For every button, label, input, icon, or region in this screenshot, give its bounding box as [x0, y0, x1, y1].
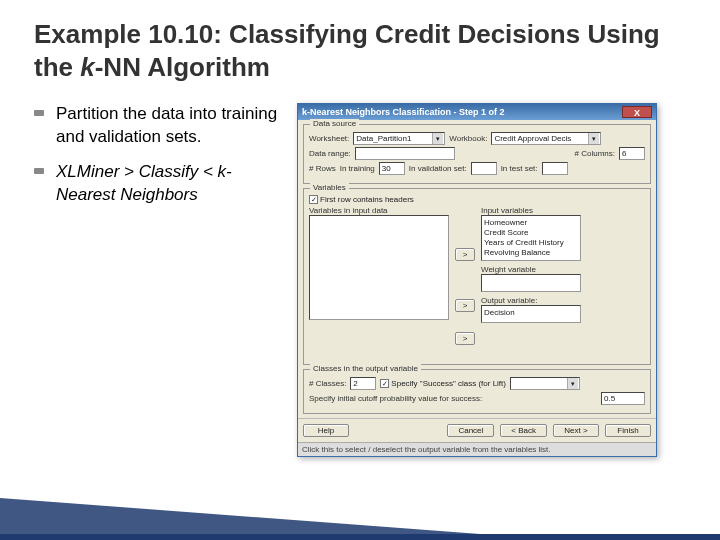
finish-button[interactable]: Finish [605, 424, 651, 437]
nclasses-value[interactable]: 2 [350, 377, 376, 390]
left-list-label: Variables in input data [309, 206, 449, 215]
legend-variables: Variables [310, 183, 349, 192]
group-classes: Classes in the output variable # Classes… [303, 369, 651, 414]
bullet-1: Partition the data into training and val… [34, 103, 279, 149]
first-row-checkbox[interactable]: ✓First row contains headers [309, 195, 414, 204]
input-data-listbox[interactable] [309, 215, 449, 320]
cutoff-label: Specify initial cutoff probability value… [309, 394, 482, 403]
next-button[interactable]: Next > [553, 424, 599, 437]
cols-label: # Columns: [575, 149, 615, 158]
cancel-button[interactable]: Cancel [447, 424, 494, 437]
weight-label: Weight variable [481, 265, 581, 274]
move-output-button[interactable]: > [455, 332, 475, 345]
validation-label: In validation set: [409, 164, 467, 173]
output-label: Output variable: [481, 296, 581, 305]
test-label: In test set: [501, 164, 538, 173]
move-weight-button[interactable]: > [455, 299, 475, 312]
input-vars-listbox[interactable]: Homeowner Credit Score Years of Credit H… [481, 215, 581, 261]
validation-value[interactable] [471, 162, 497, 175]
workbook-label: Workbook: [449, 134, 487, 143]
close-icon[interactable]: X [622, 106, 652, 118]
weight-listbox[interactable] [481, 274, 581, 292]
cutoff-value[interactable]: 0.5 [601, 392, 645, 405]
dialog-titlebar: k-Nearest Neighbors Classification - Ste… [298, 104, 656, 120]
dialog-footer: Help Cancel < Back Next > Finish [298, 418, 656, 442]
status-hint: Click this to select / deselect the outp… [298, 442, 656, 456]
success-class-select[interactable] [510, 377, 580, 390]
group-variables: Variables ✓First row contains headers Va… [303, 188, 651, 365]
legend-classes: Classes in the output variable [310, 364, 421, 373]
range-input[interactable] [355, 147, 455, 160]
training-label: In training [340, 164, 375, 173]
workbook-select[interactable]: Credit Approval Decis [491, 132, 601, 145]
cols-value[interactable]: 6 [619, 147, 645, 160]
group-data-source: Data source Worksheet: Data_Partition1 W… [303, 124, 651, 184]
worksheet-label: Worksheet: [309, 134, 349, 143]
rows-label: # Rows [309, 164, 336, 173]
training-value[interactable]: 30 [379, 162, 405, 175]
back-button[interactable]: < Back [500, 424, 547, 437]
worksheet-select[interactable]: Data_Partition1 [353, 132, 445, 145]
legend-data-source: Data source [310, 119, 359, 128]
dialog-title: k-Nearest Neighbors Classification - Ste… [302, 107, 505, 117]
input-vars-label: Input variables [481, 206, 581, 215]
range-label: Data range: [309, 149, 351, 158]
move-input-button[interactable]: > [455, 248, 475, 261]
bullet-2: XLMiner > Classify < k-Nearest Neighbors [34, 161, 279, 207]
help-button[interactable]: Help [303, 424, 349, 437]
output-listbox[interactable]: Decision [481, 305, 581, 323]
bullet-list: Partition the data into training and val… [34, 103, 279, 457]
slide-title: Example 10.10: Classifying Credit Decisi… [0, 0, 720, 93]
success-class-checkbox[interactable]: ✓Specify "Success" class (for Lift) [380, 379, 506, 388]
wizard-dialog: k-Nearest Neighbors Classification - Ste… [297, 103, 657, 457]
nclasses-label: # Classes: [309, 379, 346, 388]
test-value[interactable] [542, 162, 568, 175]
decorative-stripe [0, 534, 720, 540]
